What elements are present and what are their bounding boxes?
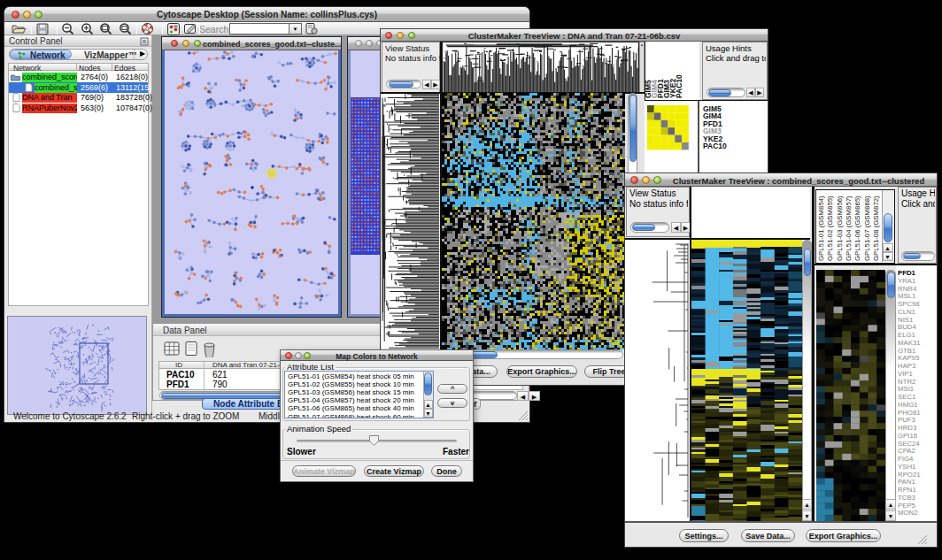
svg-text:GPL51-06 (GSM865): GPL51-06 (GSM865) [853,196,861,261]
svg-text:PAC10: PAC10 [703,142,727,150]
svg-text:GPL51-07 (GSM868): GPL51-07 (GSM868) [863,196,871,261]
svg-text:PAC10: PAC10 [675,74,683,98]
svg-text:GPL51-03 (GSM856): GPL51-03 (GSM856) [836,196,844,261]
svg-text:GPL51-04 (GSM857): GPL51-04 (GSM857) [845,196,853,261]
svg-text:GPL51-01 (GSM854): GPL51-01 (GSM854) [817,196,825,261]
svg-text:GPL51-08 (GSM872): GPL51-08 (GSM872) [872,196,880,261]
svg-text:GPL51-02 (GSM855): GPL51-02 (GSM855) [826,196,834,261]
